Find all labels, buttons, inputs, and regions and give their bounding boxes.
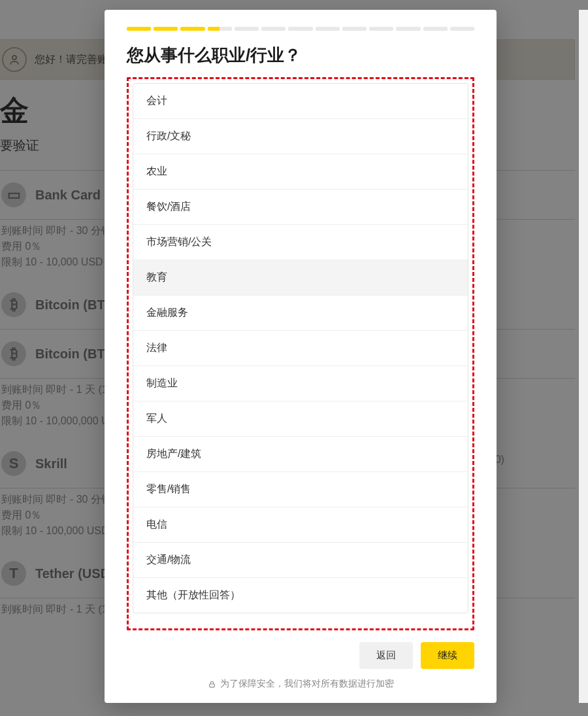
occupation-option[interactable]: 农业 <box>133 154 468 190</box>
occupation-option[interactable]: 教育 <box>133 260 468 296</box>
occupation-option[interactable]: 金融服务 <box>133 296 468 331</box>
modal-scrollbar[interactable] <box>579 10 588 703</box>
svg-rect-1 <box>209 683 214 687</box>
occupation-option[interactable]: 军人 <box>133 401 468 437</box>
question-title: 您从事什么职业/行业？ <box>127 44 474 67</box>
back-button[interactable]: 返回 <box>359 642 413 669</box>
security-note: 为了保障安全，我们将对所有数据进行加密 <box>127 678 474 690</box>
occupation-option[interactable]: 其他（开放性回答） <box>133 578 468 613</box>
occupation-modal: 您从事什么职业/行业？ 会计行政/文秘农业餐饮/酒店市场营销/公关教育金融服务法… <box>105 10 497 703</box>
occupation-option[interactable]: 交通/物流 <box>133 543 468 578</box>
occupation-option[interactable]: 电信 <box>133 507 468 543</box>
occupation-option[interactable]: 法律 <box>133 331 468 366</box>
occupation-option[interactable]: 房地产/建筑 <box>133 437 468 472</box>
lock-icon <box>208 680 216 689</box>
options-highlight-box: 会计行政/文秘农业餐饮/酒店市场营销/公关教育金融服务法律制造业军人房地产/建筑… <box>127 77 474 630</box>
occupation-option[interactable]: 零售/销售 <box>133 472 468 507</box>
occupation-option[interactable]: 会计 <box>133 84 468 119</box>
options-list: 会计行政/文秘农业餐饮/酒店市场营销/公关教育金融服务法律制造业军人房地产/建筑… <box>133 83 468 613</box>
progress-bar <box>127 27 474 31</box>
occupation-option[interactable]: 行政/文秘 <box>133 119 468 154</box>
occupation-option[interactable]: 制造业 <box>133 366 468 401</box>
occupation-option[interactable]: 餐饮/酒店 <box>133 190 468 225</box>
continue-button[interactable]: 继续 <box>421 642 474 669</box>
occupation-option[interactable]: 市场营销/公关 <box>133 225 468 260</box>
